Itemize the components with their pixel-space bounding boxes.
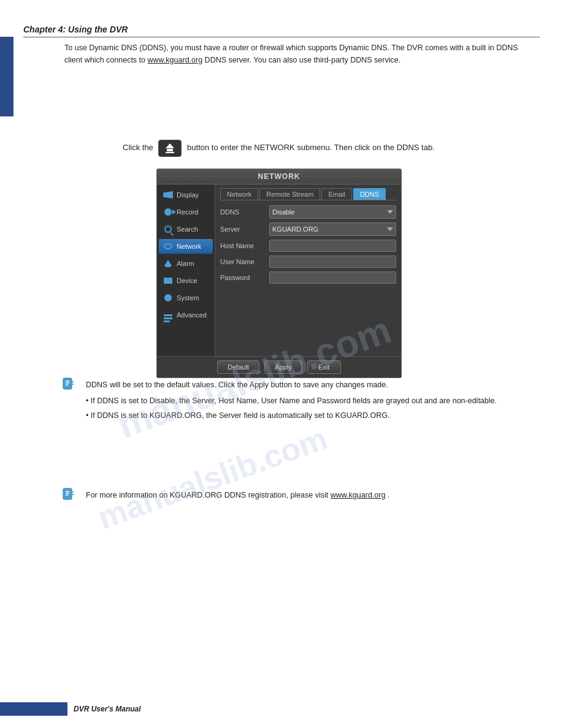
sidebar-label-network: Network (177, 243, 201, 250)
body-text-1b: DDNS server. You can also use third-part… (205, 56, 401, 64)
body-note-1: DDNS will be set to the default values. … (86, 379, 526, 422)
dialog-footer: Default Apply Exit (157, 356, 401, 377)
apply-button[interactable]: Apply (264, 360, 302, 374)
note-icon-1 (61, 377, 76, 395)
default-button[interactable]: Default (217, 360, 259, 374)
tab-email[interactable]: Email (321, 188, 352, 200)
form-row-username: User Name (220, 256, 396, 268)
form-row-hostname: Host Name (220, 240, 396, 252)
note-text-4b: . (388, 491, 389, 499)
select-ddns-value: Disable (272, 208, 295, 216)
footer-bar (0, 702, 67, 716)
select-ddns[interactable]: Disable (269, 205, 396, 219)
network-icon (163, 242, 174, 251)
note-icon-2 (61, 487, 76, 505)
svg-rect-6 (63, 488, 72, 499)
dialog-body: Display Record Search Network Alarm Devi… (157, 184, 401, 356)
watermark-2: manualslib.com (93, 420, 332, 537)
sidebar-item-device[interactable]: Device (159, 273, 213, 288)
body-note-2: For more information on KGUARD.ORG DDNS … (86, 489, 526, 501)
dialog-main-content: Network Remote Stream Email DDNS DDNS Di… (215, 184, 401, 356)
sidebar-label-advanced: Advanced (177, 311, 207, 319)
record-icon (163, 208, 174, 216)
select-ddns-arrow (387, 210, 393, 214)
body-text-intro: To use Dynamic DNS (DDNS), you must have… (64, 42, 526, 66)
kguard-link-1[interactable]: www.kguard.org (148, 56, 203, 64)
sidebar-item-search[interactable]: Search (159, 222, 213, 237)
upload-button-area: Click the button to enter the NETWORK su… (123, 140, 435, 157)
label-username: User Name (220, 258, 269, 265)
sidebar-item-system[interactable]: System (159, 290, 213, 305)
sidebar-item-advanced[interactable]: Advanced (159, 308, 213, 322)
dialog-title: NETWORK (157, 169, 401, 184)
input-hostname[interactable] (269, 240, 396, 252)
sidebar-label-record: Record (177, 208, 198, 216)
tab-ddns[interactable]: DDNS (353, 188, 386, 200)
sidebar-label-alarm: Alarm (177, 260, 194, 267)
sidebar-label-display: Display (177, 191, 199, 199)
system-icon (163, 294, 174, 302)
form-row-ddns: DDNS Disable (220, 205, 396, 219)
alarm-icon (163, 259, 174, 268)
sidebar-item-record[interactable]: Record (159, 205, 213, 219)
label-server: Server (220, 226, 269, 233)
label-ddns: DDNS (220, 208, 269, 216)
sidebar-label-search: Search (177, 226, 198, 233)
svg-rect-0 (63, 378, 72, 389)
advanced-icon (163, 311, 174, 319)
dialog-tab-bar: Network Remote Stream Email DDNS (220, 188, 396, 200)
sidebar-item-display[interactable]: Display (159, 188, 213, 202)
sidebar-label-system: System (177, 294, 199, 301)
note-text-3a: DDNS will be set to the default values. … (86, 379, 526, 391)
tab-remote-stream[interactable]: Remote Stream (259, 188, 320, 200)
page-footer: DVR User's Manual (0, 702, 563, 716)
note-text-3c: • If DDNS is set to KGUARD.ORG, the Serv… (86, 409, 526, 422)
page-title: Chapter 4: Using the DVR (23, 25, 128, 34)
label-hostname: Host Name (220, 242, 269, 249)
form-row-password: Password (220, 271, 396, 284)
body-text-2b: button to enter the NETWORK submenu. The… (187, 143, 435, 152)
dialog-sidebar: Display Record Search Network Alarm Devi… (157, 184, 215, 356)
body-text-2a: Click the (123, 143, 153, 152)
select-server[interactable]: KGUARD.ORG (269, 222, 396, 236)
upload-btn[interactable] (158, 140, 182, 157)
input-username[interactable] (269, 256, 396, 268)
note-text-3b: • If DDNS is set to Disable, the Server,… (86, 395, 526, 407)
form-row-server: Server KGUARD.ORG (220, 222, 396, 236)
device-icon (163, 276, 174, 285)
kguard-link-2[interactable]: www.kguard.org (331, 491, 386, 499)
input-password[interactable] (269, 271, 396, 284)
footer-label: DVR User's Manual (74, 705, 141, 713)
select-server-arrow (387, 227, 393, 231)
network-dialog: NETWORK Display Record Search Network A (156, 169, 402, 378)
upload-icon (166, 143, 174, 153)
label-password: Password (220, 274, 269, 281)
search-icon (163, 225, 174, 233)
page-header: Chapter 4: Using the DVR (23, 25, 540, 37)
note-text-4a: For more information on KGUARD.ORG DDNS … (86, 491, 328, 499)
display-icon (163, 191, 174, 199)
select-server-value: KGUARD.ORG (272, 226, 318, 233)
sidebar-label-device: Device (177, 277, 197, 284)
chapter-tab (0, 37, 13, 116)
sidebar-item-alarm[interactable]: Alarm (159, 256, 213, 271)
sidebar-item-network[interactable]: Network (159, 239, 213, 254)
tab-network[interactable]: Network (220, 188, 258, 200)
exit-button[interactable]: Exit (307, 360, 341, 374)
